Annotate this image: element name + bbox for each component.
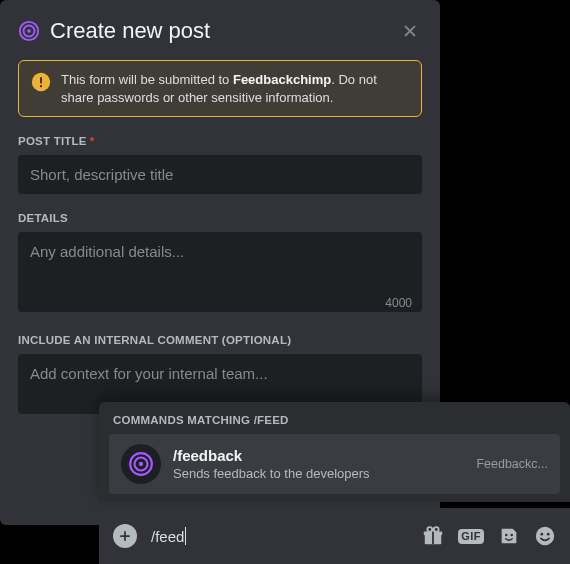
attach-button[interactable] xyxy=(113,524,137,548)
svg-point-2 xyxy=(27,29,31,33)
details-label: DETAILS xyxy=(18,212,422,224)
command-name: /feedback xyxy=(173,447,464,464)
command-desc: Sends feedback to the developers xyxy=(173,466,464,481)
gif-icon[interactable]: GIF xyxy=(458,529,484,544)
chat-action-icons: GIF xyxy=(422,525,556,547)
svg-rect-11 xyxy=(432,531,434,544)
svg-rect-4 xyxy=(40,77,42,84)
warning-app: Feedbackchimp xyxy=(233,72,331,87)
command-item-feedback[interactable]: /feedback Sends feedback to the develope… xyxy=(109,434,560,494)
command-app-icon xyxy=(121,444,161,484)
gift-icon[interactable] xyxy=(422,525,444,547)
svg-point-8 xyxy=(139,462,143,466)
chat-input[interactable]: /feed xyxy=(151,527,408,545)
chat-input-bar: /feed GIF xyxy=(99,508,570,564)
warning-text: This form will be submitted to Feedbackc… xyxy=(61,71,409,106)
svg-point-15 xyxy=(510,534,513,537)
svg-point-17 xyxy=(540,533,543,536)
details-textarea[interactable] xyxy=(18,232,422,312)
svg-point-13 xyxy=(434,527,439,532)
post-title-label-text: POST TITLE xyxy=(18,135,87,147)
modal-title: Create new post xyxy=(50,18,210,44)
required-asterisk: * xyxy=(90,135,95,147)
command-app-name: Feedbackc... xyxy=(476,457,548,471)
internal-comment-label: INCLUDE AN INTERNAL COMMENT (OPTIONAL) xyxy=(18,334,422,346)
svg-point-12 xyxy=(428,527,433,532)
chat-input-text: /feed xyxy=(151,528,184,545)
close-icon xyxy=(401,22,419,40)
warning-icon xyxy=(31,72,51,92)
post-title-input[interactable] xyxy=(18,155,422,194)
text-cursor xyxy=(185,527,186,545)
plus-icon xyxy=(118,529,132,543)
sticker-icon[interactable] xyxy=(498,525,520,547)
svg-point-5 xyxy=(40,85,42,87)
details-char-count: 4000 xyxy=(385,296,412,310)
command-text: /feedback Sends feedback to the develope… xyxy=(173,447,464,481)
close-button[interactable] xyxy=(398,19,422,43)
svg-point-14 xyxy=(505,534,508,537)
smile-icon[interactable] xyxy=(534,525,556,547)
internal-comment-placeholder: Add context for your internal team... xyxy=(30,365,268,382)
post-title-label: POST TITLE* xyxy=(18,135,422,147)
svg-point-18 xyxy=(547,533,550,536)
details-wrap: 4000 xyxy=(18,232,422,316)
form-warning: This form will be submitted to Feedbackc… xyxy=(18,60,422,117)
svg-point-16 xyxy=(536,527,554,545)
target-icon xyxy=(128,451,154,477)
app-target-icon xyxy=(18,20,40,42)
slash-command-popup: COMMANDS MATCHING /FEED /feedback Sends … xyxy=(99,402,570,502)
popup-header: COMMANDS MATCHING /FEED xyxy=(113,414,556,426)
gif-badge: GIF xyxy=(458,529,484,544)
warning-pre: This form will be submitted to xyxy=(61,72,233,87)
modal-header: Create new post xyxy=(18,18,422,44)
